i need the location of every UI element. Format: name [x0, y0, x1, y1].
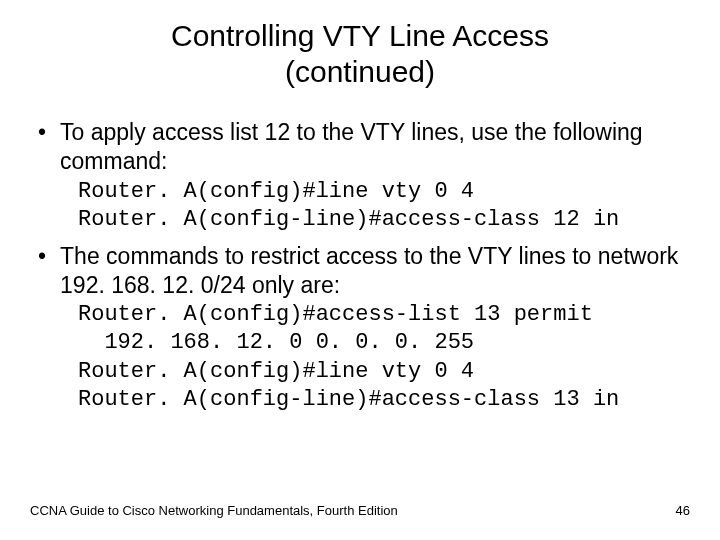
bullet-item: • To apply access list 12 to the VTY lin… [30, 118, 690, 176]
title-line-1: Controlling VTY Line Access [171, 19, 549, 52]
bullet-item: • The commands to restrict access to the… [30, 242, 690, 300]
title-line-2: (continued) [285, 55, 435, 88]
footer-page-number: 46 [676, 503, 690, 518]
footer-source: CCNA Guide to Cisco Networking Fundament… [30, 503, 398, 518]
bullet-dot-icon: • [38, 242, 60, 300]
bullet-text: The commands to restrict access to the V… [60, 242, 690, 300]
slide-title: Controlling VTY Line Access (continued) [30, 18, 690, 90]
bullet-dot-icon: • [38, 118, 60, 176]
slide: Controlling VTY Line Access (continued) … [0, 0, 720, 540]
bullet-text: To apply access list 12 to the VTY lines… [60, 118, 690, 176]
code-block: Router. A(config)#line vty 0 4 Router. A… [30, 178, 690, 234]
code-block: Router. A(config)#access-list 13 permit … [30, 301, 690, 414]
slide-footer: CCNA Guide to Cisco Networking Fundament… [30, 503, 690, 518]
